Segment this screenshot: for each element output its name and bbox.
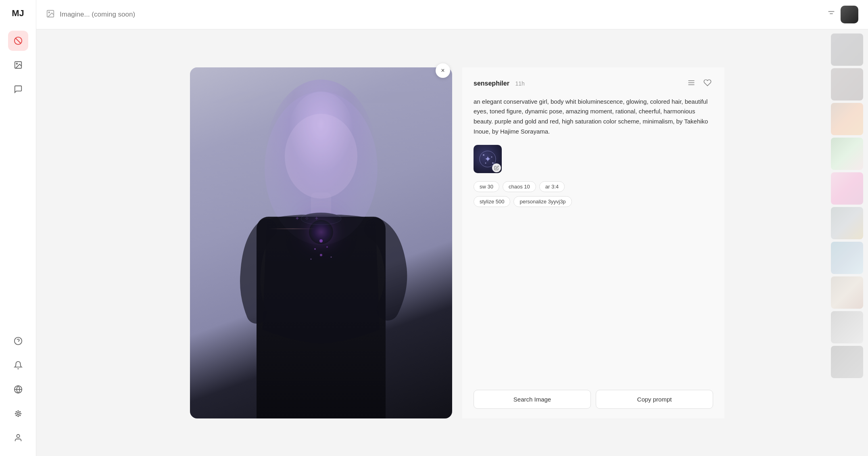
close-button[interactable]: ×	[436, 63, 450, 78]
sidebar-item-globe[interactable]	[8, 379, 28, 400]
info-header: sensephiler 11h	[474, 77, 713, 90]
svg-point-40	[485, 162, 486, 163]
tag-personalize[interactable]: personalize 3yyvj3p	[513, 196, 572, 207]
svg-point-27	[319, 239, 323, 243]
tags-container-2: stylize 500 personalize 3yyvj3p	[474, 196, 713, 207]
tag-stylize500[interactable]: stylize 500	[474, 196, 510, 207]
main-content: ×	[36, 0, 868, 456]
copy-prompt-button[interactable]: Copy prompt	[596, 390, 713, 409]
sidebar-item-profile[interactable]	[8, 428, 28, 448]
edit-reference-button[interactable]	[492, 163, 501, 172]
svg-point-12	[20, 413, 21, 414]
svg-text:✦: ✦	[484, 155, 491, 163]
svg-point-10	[18, 416, 19, 417]
svg-point-41	[492, 162, 494, 164]
svg-point-17	[17, 435, 19, 437]
svg-point-13	[16, 412, 17, 412]
svg-point-31	[311, 258, 312, 259]
modal-info-panel: sensephiler 11h	[462, 67, 724, 418]
header-actions	[686, 77, 713, 90]
modal-image-panel: ×	[180, 67, 462, 418]
tag-ar34[interactable]: ar 3:4	[539, 181, 565, 192]
like-button[interactable]	[702, 77, 713, 90]
svg-point-28	[314, 248, 316, 250]
sidebar-item-help[interactable]	[8, 331, 28, 351]
svg-point-3	[16, 63, 17, 64]
sidebar-item-settings[interactable]	[8, 404, 28, 424]
svg-point-39	[491, 156, 492, 157]
action-buttons: Search Image Copy prompt	[474, 390, 713, 409]
content-area: ×	[36, 29, 868, 456]
svg-point-29	[326, 246, 328, 248]
author-section: sensephiler 11h	[474, 80, 525, 87]
tag-sw30[interactable]: sw 30	[474, 181, 499, 192]
svg-point-26	[301, 213, 341, 225]
svg-point-16	[16, 415, 17, 416]
search-image-button[interactable]: Search Image	[474, 390, 591, 409]
sidebar-item-home[interactable]	[8, 31, 28, 51]
svg-point-38	[483, 154, 484, 156]
sidebar: MJ	[0, 0, 36, 456]
reference-thumbnail[interactable]: ✦	[474, 145, 502, 173]
svg-point-8	[17, 412, 19, 415]
sidebar-item-chat[interactable]	[8, 79, 28, 99]
search-icon	[46, 9, 55, 20]
svg-point-24	[285, 114, 357, 199]
topbar	[36, 0, 868, 29]
modal-artwork-wrap	[190, 67, 452, 418]
svg-point-32	[331, 256, 332, 257]
prompt-text: an elegant conservative girl, body whit …	[474, 97, 713, 137]
svg-point-14	[19, 415, 20, 416]
svg-point-11	[15, 413, 16, 414]
filter-button[interactable]	[827, 9, 836, 20]
author-name: sensephiler	[474, 80, 509, 87]
svg-point-30	[320, 254, 322, 256]
sidebar-bottom	[8, 331, 28, 448]
avatar[interactable]	[841, 6, 858, 23]
tags-container: sw 30 chaos 10 ar 3:4	[474, 181, 713, 192]
modal-container: ×	[180, 67, 724, 418]
post-time: 11h	[515, 80, 524, 87]
svg-point-15	[19, 412, 20, 412]
search-input[interactable]	[60, 10, 822, 19]
tag-chaos10[interactable]: chaos 10	[503, 181, 536, 192]
sidebar-item-gallery[interactable]	[8, 55, 28, 75]
app-logo: MJ	[12, 8, 24, 19]
menu-button[interactable]	[686, 77, 697, 90]
svg-point-19	[48, 12, 50, 13]
modal-overlay: ×	[36, 29, 868, 456]
sidebar-item-notifications[interactable]	[8, 355, 28, 375]
modal-artwork	[190, 67, 452, 418]
svg-line-1	[15, 38, 21, 44]
svg-point-9	[18, 411, 19, 412]
